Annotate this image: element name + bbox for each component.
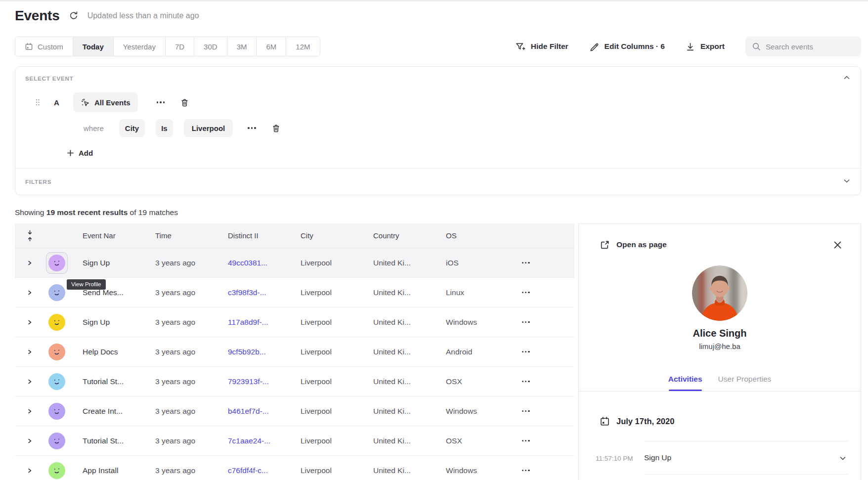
row-actions-button[interactable]: [520, 436, 532, 445]
user-avatar[interactable]: [46, 311, 68, 333]
collapse-all-rows-icon[interactable]: [26, 229, 34, 242]
table-row[interactable]: Create Int...3 years agob461ef7d-...Live…: [15, 396, 574, 426]
updated-status: Updated less than a minute ago: [87, 11, 199, 20]
date-range-label: 7D: [175, 43, 184, 51]
user-avatar[interactable]: [46, 252, 68, 274]
expand-filters-button[interactable]: [843, 177, 851, 186]
distinct-id-link[interactable]: 9cf5b92b...: [228, 348, 266, 356]
avatar-face-icon: [48, 255, 65, 271]
date-range-6m[interactable]: 6M: [257, 37, 286, 56]
date-range-bar: CustomTodayYesterday7D30D3M6M12M: [15, 37, 320, 56]
date-range-yesterday[interactable]: Yesterday: [114, 37, 166, 56]
date-range-today[interactable]: Today: [73, 37, 114, 56]
collapse-section-button[interactable]: [843, 74, 851, 83]
filter-plus-icon: [515, 42, 525, 51]
user-avatar[interactable]: [46, 371, 68, 393]
table-row[interactable]: Tutorial St...3 years ago7c1aae24-...Liv…: [15, 426, 574, 456]
date-range-30d[interactable]: 30D: [194, 37, 227, 56]
tab-activities[interactable]: Activities: [668, 374, 702, 384]
column-header: City: [287, 231, 360, 240]
os-cell: Android: [433, 348, 505, 356]
country-cell: United Ki...: [360, 377, 433, 386]
row-expand-button[interactable]: [24, 405, 36, 417]
open-as-page-button[interactable]: Open as page: [600, 240, 667, 250]
query-row-letter: A: [54, 98, 60, 107]
close-panel-button[interactable]: [831, 239, 844, 251]
column-header: Country: [360, 231, 433, 240]
row-actions-button[interactable]: [520, 317, 532, 327]
user-avatar[interactable]: [46, 430, 68, 452]
activity-item[interactable]: 11:57:10 PM Sign Up: [644, 441, 848, 475]
table-row[interactable]: Tutorial St...3 years ago7923913f-...Liv…: [15, 367, 574, 396]
table-row[interactable]: Help Docs3 years ago9cf5b92b...Liverpool…: [15, 337, 574, 367]
user-avatar[interactable]: [46, 341, 68, 363]
delete-event-button[interactable]: [180, 98, 189, 107]
chevron-right-icon: [27, 408, 33, 414]
date-range-3m[interactable]: 3M: [227, 37, 257, 56]
user-avatar[interactable]: [46, 282, 68, 304]
event-selector-chip[interactable]: All Events: [73, 92, 138, 112]
row-expand-button[interactable]: [24, 376, 36, 388]
select-event-section: SELECT EVENT A All Events: [15, 67, 861, 168]
date-range-12m[interactable]: 12M: [286, 37, 319, 56]
refresh-button[interactable]: [69, 11, 79, 21]
event-more-options-button[interactable]: [155, 98, 167, 106]
search-events-input[interactable]: [766, 43, 855, 51]
distinct-id-link[interactable]: c76fdf4f-c...: [228, 466, 268, 475]
avatar-face-icon: [48, 433, 65, 449]
column-header: OS: [433, 231, 505, 240]
row-actions-button[interactable]: [520, 258, 532, 267]
pencil-icon: [589, 42, 599, 51]
where-filter-row: where City Is Liverpool: [84, 119, 851, 137]
distinct-id-link[interactable]: 7923913f-...: [228, 377, 269, 386]
row-expand-button[interactable]: [24, 287, 36, 299]
row-expand-button[interactable]: [24, 346, 36, 358]
table-row[interactable]: Sign Up3 years ago117a8d9f-...LiverpoolU…: [15, 307, 574, 337]
activity-event-name: Sign Up: [644, 453, 671, 462]
calendar-icon: [25, 43, 33, 51]
drag-handle[interactable]: [35, 98, 40, 106]
table-row[interactable]: App Install3 years agoc76fdf4f-c...Liver…: [15, 456, 574, 480]
filter-operator-chip[interactable]: Is: [156, 119, 173, 137]
row-actions-button[interactable]: [520, 406, 532, 416]
distinct-id-link[interactable]: c3f98f3d-...: [228, 288, 266, 297]
row-actions-button[interactable]: [520, 347, 532, 356]
row-expand-button[interactable]: [24, 316, 36, 328]
row-actions-button[interactable]: [520, 377, 532, 386]
row-expand-button[interactable]: [24, 257, 36, 269]
filter-property-chip[interactable]: City: [119, 119, 145, 137]
row-actions-button[interactable]: [520, 466, 532, 475]
city-cell: Liverpool: [287, 377, 360, 386]
results-count: 19 most recent results: [46, 208, 128, 217]
date-range-custom[interactable]: Custom: [15, 37, 73, 56]
tab-user-properties[interactable]: User Properties: [718, 374, 772, 384]
avatar-face-icon: [48, 314, 65, 331]
distinct-id-link[interactable]: 49cc0381...: [228, 259, 267, 267]
event-chip-label: All Events: [94, 98, 130, 107]
export-button[interactable]: Export: [686, 42, 725, 51]
activity-date-row: July 17th, 2020: [600, 415, 861, 427]
distinct-id-link[interactable]: b461ef7d-...: [228, 407, 269, 415]
user-avatar[interactable]: [46, 400, 68, 422]
filters-label: FILTERS: [25, 179, 51, 185]
hide-filter-button[interactable]: Hide Filter: [515, 42, 568, 51]
date-range-7d[interactable]: 7D: [166, 37, 194, 56]
filter-more-options-button[interactable]: [246, 124, 258, 132]
distinct-id-link[interactable]: 7c1aae24-...: [228, 436, 270, 445]
row-expand-button[interactable]: [24, 465, 36, 477]
filters-section[interactable]: FILTERS: [15, 168, 861, 195]
delete-filter-button[interactable]: [271, 124, 281, 133]
chevron-down-icon[interactable]: [839, 454, 847, 464]
edit-columns-button[interactable]: Edit Columns · 6: [589, 42, 665, 51]
add-event-button[interactable]: Add: [67, 148, 93, 158]
row-expand-button[interactable]: [24, 435, 36, 447]
time-cell: 3 years ago: [142, 377, 215, 386]
table-row[interactable]: Sign Up3 years ago49cc0381...LiverpoolUn…: [15, 248, 574, 278]
avatar-face-icon: [48, 284, 65, 301]
filter-value-chip[interactable]: Liverpool: [184, 119, 233, 137]
user-avatar[interactable]: [46, 460, 68, 480]
chevron-right-icon: [27, 319, 33, 325]
date-range-label: 6M: [266, 43, 276, 51]
distinct-id-link[interactable]: 117a8d9f-...: [228, 318, 268, 326]
row-actions-button[interactable]: [520, 288, 532, 297]
